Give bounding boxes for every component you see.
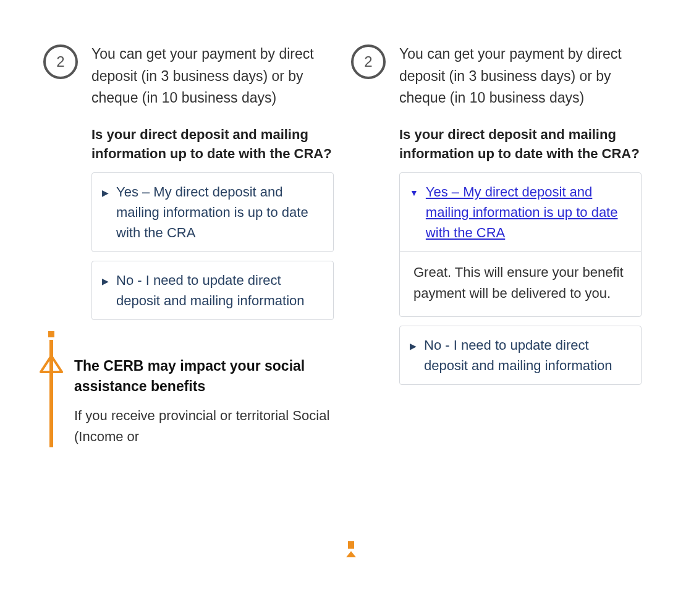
column-right: 2 You can get your payment by direct dep…	[351, 43, 654, 447]
column-left: 2 You can get your payment by direct dep…	[43, 43, 346, 447]
chevron-down-icon: ▼	[410, 187, 418, 200]
option-yes-collapsed: ▶ Yes – My direct deposit and mailing in…	[91, 172, 334, 252]
option-yes-summary[interactable]: ▼ Yes – My direct deposit and mailing in…	[400, 173, 641, 251]
page-cut-marker	[346, 541, 356, 557]
warning-title: The CERB may impact your social assistan…	[74, 356, 334, 397]
step-question: Is your direct deposit and mailing infor…	[91, 125, 334, 164]
option-no-collapsed: ▶ No - I need to update direct deposit a…	[399, 326, 642, 385]
step-question: Is your direct deposit and mailing infor…	[399, 125, 642, 164]
svg-rect-1	[50, 361, 53, 366]
warning-text: If you receive provincial or territorial…	[74, 405, 334, 447]
option-yes-label: Yes – My direct deposit and mailing info…	[116, 182, 322, 243]
svg-rect-2	[50, 368, 53, 371]
warning-icon	[40, 355, 63, 373]
step-number-badge: 2	[43, 44, 78, 79]
warning-block: The CERB may impact your social assistan…	[43, 356, 334, 448]
option-yes-body: Great. This will ensure your benefit pay…	[400, 251, 641, 316]
step-row: 2 You can get your payment by direct dep…	[351, 43, 642, 394]
step-number-badge: 2	[351, 44, 386, 79]
chevron-right-icon: ▶	[102, 275, 109, 288]
option-no-summary[interactable]: ▶ No - I need to update direct deposit a…	[400, 326, 641, 384]
step-number: 2	[364, 53, 372, 70]
chevron-right-icon: ▶	[410, 340, 417, 353]
step-description: You can get your payment by direct depos…	[399, 43, 642, 109]
option-no-label: No - I need to update direct deposit and…	[116, 270, 322, 311]
option-no-label: No - I need to update direct deposit and…	[424, 335, 630, 376]
option-no-collapsed: ▶ No - I need to update direct deposit a…	[91, 261, 334, 320]
option-no-summary[interactable]: ▶ No - I need to update direct deposit a…	[92, 261, 333, 319]
step-description: You can get your payment by direct depos…	[91, 43, 334, 109]
step-row: 2 You can get your payment by direct dep…	[43, 43, 334, 329]
option-yes-summary[interactable]: ▶ Yes – My direct deposit and mailing in…	[92, 173, 333, 251]
step-number: 2	[56, 53, 64, 70]
option-yes-label: Yes – My direct deposit and mailing info…	[426, 182, 630, 243]
chevron-right-icon: ▶	[102, 187, 109, 200]
option-yes-expanded: ▼ Yes – My direct deposit and mailing in…	[399, 172, 642, 317]
